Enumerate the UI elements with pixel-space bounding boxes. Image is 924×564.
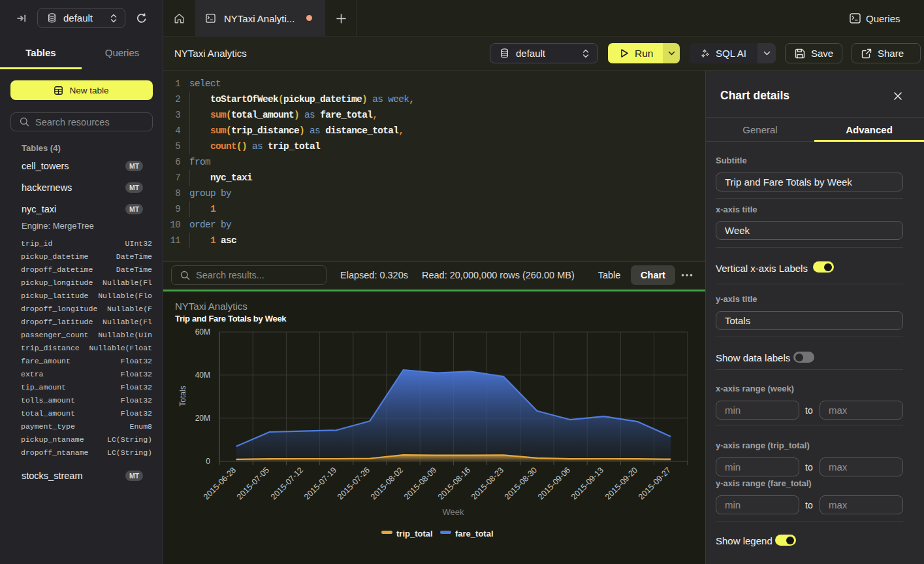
svg-text:2015-06-28: 2015-06-28 bbox=[202, 465, 238, 501]
svg-text:2015-08-16: 2015-08-16 bbox=[436, 465, 472, 501]
svg-text:2015-08-30: 2015-08-30 bbox=[503, 465, 539, 501]
svg-text:NYTaxi Analytics: NYTaxi Analytics bbox=[175, 301, 247, 312]
svg-text:0: 0 bbox=[206, 457, 210, 466]
svg-text:Trip and Fare Totals by Week: Trip and Fare Totals by Week bbox=[175, 314, 287, 323]
svg-text:2015-07-19: 2015-07-19 bbox=[302, 465, 338, 501]
svg-text:2015-07-26: 2015-07-26 bbox=[336, 465, 372, 501]
svg-text:2015-08-09: 2015-08-09 bbox=[402, 465, 438, 501]
svg-text:2015-08-23: 2015-08-23 bbox=[470, 465, 505, 501]
svg-text:20M: 20M bbox=[195, 414, 210, 423]
svg-text:60M: 60M bbox=[195, 327, 210, 337]
svg-text:fare_total: fare_total bbox=[455, 529, 494, 539]
svg-text:2015-09-13: 2015-09-13 bbox=[569, 465, 605, 501]
svg-text:2015-07-12: 2015-07-12 bbox=[269, 465, 305, 501]
svg-text:2015-09-06: 2015-09-06 bbox=[536, 465, 572, 501]
svg-text:2015-07-05: 2015-07-05 bbox=[235, 465, 271, 501]
svg-text:trip_total: trip_total bbox=[396, 529, 433, 539]
svg-text:2015-09-20: 2015-09-20 bbox=[603, 465, 639, 501]
svg-text:Totals: Totals bbox=[178, 386, 187, 406]
svg-text:Week: Week bbox=[443, 507, 464, 517]
svg-text:2015-08-02: 2015-08-02 bbox=[369, 465, 405, 501]
svg-text:2015-09-27: 2015-09-27 bbox=[637, 465, 673, 501]
svg-text:40M: 40M bbox=[195, 371, 210, 380]
